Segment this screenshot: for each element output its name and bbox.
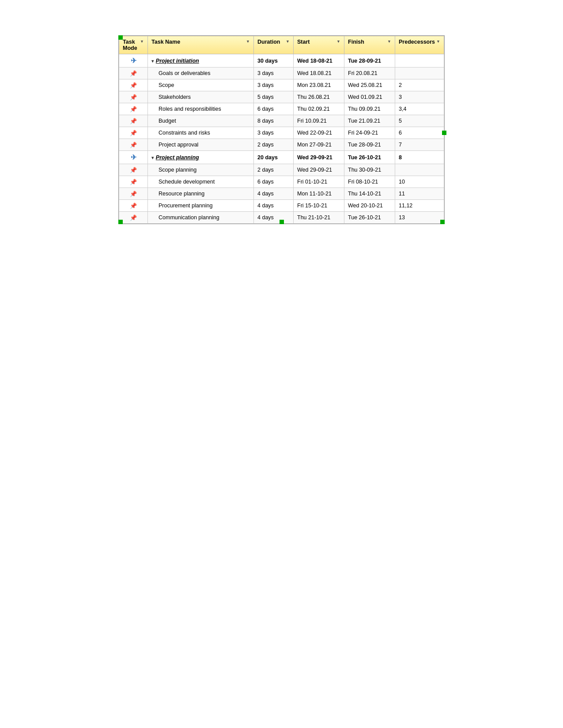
task-name-cell[interactable]: Budget	[148, 115, 254, 127]
task-finish-value: Wed 01.09.21	[348, 94, 382, 100]
task-predecessors-cell[interactable]: 3	[395, 91, 444, 103]
task-start-cell[interactable]: Fri 15-10-21	[294, 200, 344, 212]
task-finish-cell[interactable]: Tue 26-10-21	[344, 212, 395, 224]
task-duration-cell[interactable]: 2 days	[254, 164, 294, 176]
auto-schedule-icon: ✈	[131, 56, 136, 65]
task-predecessors-cell[interactable]: 5	[395, 115, 444, 127]
task-name-cell[interactable]: Procurement planning	[148, 200, 254, 212]
task-name-text: Stakeholders	[151, 94, 191, 100]
task-finish-cell[interactable]: Tue 28-09-21	[344, 139, 395, 151]
task-finish-cell[interactable]: Tue 28-09-21	[344, 54, 395, 68]
col-finish-sort[interactable]: ▼	[387, 39, 391, 44]
task-name-cell[interactable]: Scope planning	[148, 164, 254, 176]
task-start-cell[interactable]: Wed 22-09-21	[294, 127, 344, 139]
task-duration-cell[interactable]: 4 days	[254, 188, 294, 200]
task-name-cell[interactable]: Schedule development	[148, 176, 254, 188]
task-duration-cell[interactable]: 20 days	[254, 151, 294, 164]
col-mode-sort[interactable]: ▼	[140, 39, 144, 44]
task-name-cell[interactable]: Communication planning	[148, 212, 254, 224]
task-finish-value: Tue 28-09-21	[348, 142, 381, 148]
col-duration-sort[interactable]: ▼	[286, 39, 290, 44]
task-predecessors-cell[interactable]: 11,12	[395, 200, 444, 212]
task-start-cell[interactable]: Wed 29-09-21	[294, 164, 344, 176]
task-start-cell[interactable]: Mon 27-09-21	[294, 139, 344, 151]
collapse-icon[interactable]: ▾	[151, 155, 155, 160]
col-header-finish[interactable]: Finish ▼	[344, 36, 395, 54]
col-header-name[interactable]: Task Name ▼	[148, 36, 254, 54]
task-duration-cell[interactable]: 8 days	[254, 115, 294, 127]
task-finish-cell[interactable]: Tue 21.09.21	[344, 115, 395, 127]
col-header-mode[interactable]: TaskMode ▼	[119, 36, 148, 54]
task-start-value: Wed 29-09-21	[297, 167, 332, 173]
task-finish-cell[interactable]: Fri 20.08.21	[344, 68, 395, 79]
task-predecessors-cell[interactable]: 13	[395, 212, 444, 224]
col-pred-sort[interactable]: ▼	[436, 39, 440, 44]
task-name-cell[interactable]: Scope	[148, 79, 254, 91]
task-start-cell[interactable]: Fri 10.09.21	[294, 115, 344, 127]
task-duration-cell[interactable]: 3 days	[254, 68, 294, 79]
task-finish-cell[interactable]: Thu 30-09-21	[344, 164, 395, 176]
task-duration-cell[interactable]: 6 days	[254, 103, 294, 115]
col-name-sort[interactable]: ▼	[246, 39, 250, 44]
task-start-cell[interactable]: Thu 02.09.21	[294, 103, 344, 115]
task-predecessors-cell[interactable]: 8	[395, 151, 444, 164]
task-finish-cell[interactable]: Wed 25.08.21	[344, 79, 395, 91]
task-predecessors-cell[interactable]: 10	[395, 176, 444, 188]
task-predecessors-cell[interactable]	[395, 164, 444, 176]
resize-handle-bottom[interactable]	[280, 220, 284, 224]
task-duration-cell[interactable]: 6 days	[254, 176, 294, 188]
task-start-cell[interactable]: Wed 18-08-21	[294, 54, 344, 68]
task-start-cell[interactable]: Thu 21-10-21	[294, 212, 344, 224]
task-predecessors-cell[interactable]: 3,4	[395, 103, 444, 115]
task-duration-cell[interactable]: 4 days	[254, 212, 294, 224]
task-finish-cell[interactable]: Wed 01.09.21	[344, 91, 395, 103]
task-start-value: Fri 10.09.21	[297, 118, 327, 124]
task-start-cell[interactable]: Fri 01-10-21	[294, 176, 344, 188]
task-name-cell[interactable]: ▾ Project initiation	[148, 54, 254, 68]
task-start-cell[interactable]: Mon 23.08.21	[294, 79, 344, 91]
task-predecessors-cell[interactable]: 7	[395, 139, 444, 151]
task-finish-cell[interactable]: Wed 20-10-21	[344, 200, 395, 212]
col-start-sort[interactable]: ▼	[336, 39, 340, 44]
task-duration-cell[interactable]: 3 days	[254, 127, 294, 139]
task-finish-cell[interactable]: Thu 14-10-21	[344, 188, 395, 200]
task-start-value: Thu 02.09.21	[297, 106, 330, 112]
task-start-cell[interactable]: Mon 11-10-21	[294, 188, 344, 200]
col-header-start[interactable]: Start ▼	[294, 36, 344, 54]
col-header-predecessors[interactable]: Predecessors ▼	[395, 36, 444, 54]
table-row: 📌Scope3 daysMon 23.08.21Wed 25.08.212	[119, 79, 444, 91]
task-name-cell[interactable]: Stakeholders	[148, 91, 254, 103]
task-predecessors-cell[interactable]: 6	[395, 127, 444, 139]
task-finish-cell[interactable]: Fri 24-09-21	[344, 127, 395, 139]
task-name-cell[interactable]: Constraints and risks	[148, 127, 254, 139]
collapse-icon[interactable]: ▾	[151, 59, 155, 64]
task-finish-cell[interactable]: Fri 08-10-21	[344, 176, 395, 188]
row-resize-handle-right[interactable]	[442, 131, 446, 135]
resize-handle-tl[interactable]	[118, 35, 123, 40]
task-duration-cell[interactable]: 4 days	[254, 200, 294, 212]
task-name-cell[interactable]: Roles and responsibilities	[148, 103, 254, 115]
task-start-value: Fri 01-10-21	[297, 179, 327, 185]
task-predecessors-cell[interactable]: 2	[395, 79, 444, 91]
col-header-duration[interactable]: Duration ▼	[254, 36, 294, 54]
task-name-cell[interactable]: Project approval	[148, 139, 254, 151]
task-name-cell[interactable]: ▾ Project planning	[148, 151, 254, 164]
task-predecessors-cell[interactable]: 11	[395, 188, 444, 200]
task-start-cell[interactable]: Wed 29-09-21	[294, 151, 344, 164]
col-finish-label: Finish	[348, 39, 364, 45]
task-duration-cell[interactable]: 5 days	[254, 91, 294, 103]
task-predecessors-cell[interactable]	[395, 54, 444, 68]
task-name-cell[interactable]: Goals or deliverables	[148, 68, 254, 79]
task-predecessors-cell[interactable]	[395, 68, 444, 79]
task-start-cell[interactable]: Wed 18.08.21	[294, 68, 344, 79]
table-row: 📌Procurement planning4 daysFri 15-10-21W…	[119, 200, 444, 212]
task-start-value: Wed 18-08-21	[297, 58, 333, 64]
task-duration-cell[interactable]: 2 days	[254, 139, 294, 151]
task-name-cell[interactable]: Resource planning	[148, 188, 254, 200]
task-duration-cell[interactable]: 30 days	[254, 54, 294, 68]
task-finish-cell[interactable]: Tue 26-10-21	[344, 151, 395, 164]
task-duration-cell[interactable]: 3 days	[254, 79, 294, 91]
resize-handle-bl[interactable]	[118, 220, 123, 224]
task-start-cell[interactable]: Thu 26.08.21	[294, 91, 344, 103]
task-finish-cell[interactable]: Thu 09.09.21	[344, 103, 395, 115]
